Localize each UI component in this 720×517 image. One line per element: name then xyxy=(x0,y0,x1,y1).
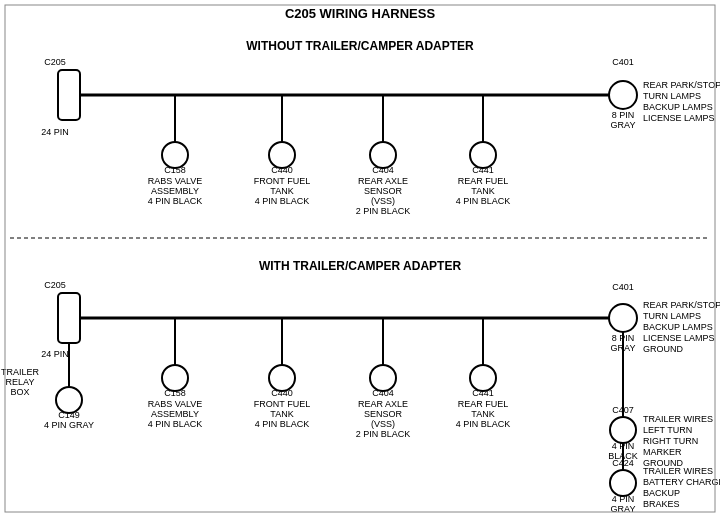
c401-top-right-label4: LICENSE LAMPS xyxy=(643,113,715,123)
c404-bot-sub1: REAR AXLE xyxy=(358,399,408,409)
c401-bot-right2: TURN LAMPS xyxy=(643,311,701,321)
c158-bot-label: C158 xyxy=(164,388,186,398)
c441-top-sub2: TANK xyxy=(471,186,494,196)
c424-label: C424 xyxy=(612,458,634,468)
c440-top-sub3: 4 PIN BLACK xyxy=(255,196,310,206)
c149-sublabel: 4 PIN GRAY xyxy=(44,420,94,430)
c401-bot-right5: GROUND xyxy=(643,344,683,354)
c407-sub1: 4 PIN xyxy=(612,441,635,451)
c407-connector xyxy=(610,417,636,443)
c401-bot-label: C401 xyxy=(612,282,634,292)
c441-top-sub1: REAR FUEL xyxy=(458,176,509,186)
c205-top-connector xyxy=(58,70,80,120)
c404-bot-sub4: 2 PIN BLACK xyxy=(356,429,411,439)
c401-bot-right4: LICENSE LAMPS xyxy=(643,333,715,343)
c404-top-sub2: SENSOR xyxy=(364,186,403,196)
c404-top-sub3: (VSS) xyxy=(371,196,395,206)
wiring-diagram: C205 WIRING HARNESS WITHOUT TRAILER/CAMP… xyxy=(0,0,720,517)
c404-top-sub1: REAR AXLE xyxy=(358,176,408,186)
c407-right2: LEFT TURN xyxy=(643,425,692,435)
c158-top-label: C158 xyxy=(164,165,186,175)
c401-top-sublabel: 8 PIN xyxy=(612,110,635,120)
c441-top-sub3: 4 PIN BLACK xyxy=(456,196,511,206)
c205-top-sublabel: 24 PIN xyxy=(41,127,69,137)
c440-top-sub1: FRONT FUEL xyxy=(254,176,310,186)
c205-top-label: C205 xyxy=(44,57,66,67)
c440-bot-sub3: 4 PIN BLACK xyxy=(255,419,310,429)
diagram-title: C205 WIRING HARNESS xyxy=(285,6,436,21)
c158-bot-sub1: RABS VALVE xyxy=(148,399,203,409)
section-with-heading: WITH TRAILER/CAMPER ADAPTER xyxy=(259,259,462,273)
c440-bot-sub1: FRONT FUEL xyxy=(254,399,310,409)
trailer-relay-label3: BOX xyxy=(10,387,29,397)
c424-right1: TRAILER WIRES xyxy=(643,466,713,476)
c407-right4: MARKER xyxy=(643,447,682,457)
c424-connector xyxy=(610,470,636,496)
c401-bot-right3: BACKUP LAMPS xyxy=(643,322,713,332)
c441-bot-sub1: REAR FUEL xyxy=(458,399,509,409)
c407-right3: RIGHT TURN xyxy=(643,436,698,446)
c205-bot-connector xyxy=(58,293,80,343)
c424-sub1: 4 PIN xyxy=(612,494,635,504)
c440-top-sub2: TANK xyxy=(270,186,293,196)
c404-bot-sub3: (VSS) xyxy=(371,419,395,429)
c205-bot-label: C205 xyxy=(44,280,66,290)
c441-top-label: C441 xyxy=(472,165,494,175)
c401-top-gray: GRAY xyxy=(611,120,636,130)
trailer-relay-label2: RELAY xyxy=(6,377,35,387)
c404-bot-label: C404 xyxy=(372,388,394,398)
c401-top-right-label3: BACKUP LAMPS xyxy=(643,102,713,112)
c158-top-sub3: 4 PIN BLACK xyxy=(148,196,203,206)
c440-bot-label: C440 xyxy=(271,388,293,398)
c401-top-label: C401 xyxy=(612,57,634,67)
c440-top-label: C440 xyxy=(271,165,293,175)
diagram-container: C205 WIRING HARNESS WITHOUT TRAILER/CAMP… xyxy=(0,0,720,517)
c441-bot-label: C441 xyxy=(472,388,494,398)
trailer-relay-label1: TRAILER xyxy=(1,367,40,377)
c407-right1: TRAILER WIRES xyxy=(643,414,713,424)
c404-bot-sub2: SENSOR xyxy=(364,409,403,419)
c149-label: C149 xyxy=(58,410,80,420)
c401-top-connector xyxy=(609,81,637,109)
c401-top-right-label1: REAR PARK/STOP xyxy=(643,80,720,90)
c401-bot-connector xyxy=(609,304,637,332)
c404-top-sub4: 2 PIN BLACK xyxy=(356,206,411,216)
c401-bot-right1: REAR PARK/STOP xyxy=(643,300,720,310)
c440-bot-sub2: TANK xyxy=(270,409,293,419)
c401-top-right-label2: TURN LAMPS xyxy=(643,91,701,101)
c424-right4: BRAKES xyxy=(643,499,680,509)
c424-right2: BATTERY CHARGE xyxy=(643,477,720,487)
c407-label: C407 xyxy=(612,405,634,415)
section-without-heading: WITHOUT TRAILER/CAMPER ADAPTER xyxy=(246,39,474,53)
c441-bot-sub2: TANK xyxy=(471,409,494,419)
c404-top-label: C404 xyxy=(372,165,394,175)
c205-bot-sublabel: 24 PIN xyxy=(41,349,69,359)
c158-top-sub1: RABS VALVE xyxy=(148,176,203,186)
c441-bot-sub3: 4 PIN BLACK xyxy=(456,419,511,429)
c424-right3: BACKUP xyxy=(643,488,680,498)
c158-bot-sub3: 4 PIN BLACK xyxy=(148,419,203,429)
c158-top-sub2: ASSEMBLY xyxy=(151,186,199,196)
c158-bot-sub2: ASSEMBLY xyxy=(151,409,199,419)
